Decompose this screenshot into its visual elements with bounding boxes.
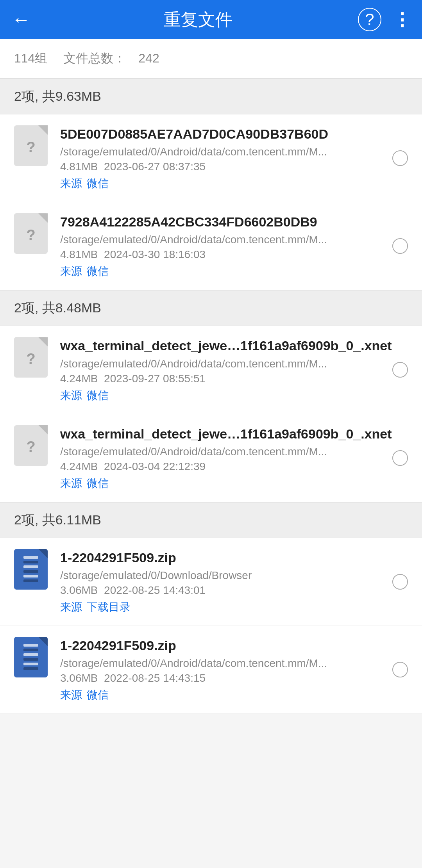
file-meta: 4.24MB 2023-09-27 08:55:51 <box>60 373 408 385</box>
file-checkbox[interactable] <box>392 150 408 166</box>
header-actions: ? ⋮ <box>358 8 410 31</box>
source-label: 来源 <box>60 688 82 702</box>
group-header-0: 2项, 共9.63MB <box>0 78 422 114</box>
list-item[interactable]: ? 5DE007D0885AE7AAD7D0CA90DB37B60D /stor… <box>0 114 422 202</box>
file-name: wxa_terminal_detect_jewe…1f161a9af6909b_… <box>60 337 408 354</box>
group-header-1: 2项, 共8.48MB <box>0 290 422 326</box>
file-path: /storage/emulated/0/Android/data/com.ten… <box>60 233 408 246</box>
file-icon-generic: ? <box>14 425 49 467</box>
source-value: 微信 <box>87 176 109 191</box>
source-value: 微信 <box>87 476 109 491</box>
file-groups: 2项, 共9.63MB ? 5DE007D0885AE7AAD7D0CA90DB… <box>0 78 422 714</box>
file-name: 7928A4122285A42CBC334FD6602B0DB9 <box>60 213 408 230</box>
summary-bar: 114组 文件总数：242 <box>0 39 422 78</box>
file-checkbox[interactable] <box>392 662 408 677</box>
file-icon-zip <box>14 637 49 679</box>
file-checkbox[interactable] <box>392 238 408 254</box>
file-meta: 4.24MB 2024-03-04 22:12:39 <box>60 460 408 473</box>
file-source: 来源 微信 <box>60 688 408 702</box>
file-meta: 4.81MB 2024-03-30 18:16:03 <box>60 248 408 261</box>
file-icon-zip <box>14 549 49 591</box>
file-icon-generic: ? <box>14 337 49 379</box>
back-button[interactable]: ← <box>12 10 30 29</box>
file-info: wxa_terminal_detect_jewe…1f161a9af6909b_… <box>60 425 408 491</box>
file-source: 来源 微信 <box>60 264 408 279</box>
source-value: 微信 <box>87 688 109 702</box>
file-icon-generic: ? <box>14 213 49 255</box>
file-source: 来源 下载目录 <box>60 600 408 615</box>
source-label: 来源 <box>60 264 82 279</box>
file-total-label: 文件总数：242 <box>63 51 172 65</box>
file-checkbox[interactable] <box>392 450 408 466</box>
file-path: /storage/emulated/0/Android/data/com.ten… <box>60 146 408 158</box>
list-item[interactable]: ? 7928A4122285A42CBC334FD6602B0DB9 /stor… <box>0 202 422 290</box>
file-path: /storage/emulated/0/Android/data/com.ten… <box>60 358 408 370</box>
help-icon: ? <box>365 10 374 29</box>
file-source: 来源 微信 <box>60 476 408 491</box>
source-value: 下载目录 <box>87 600 131 615</box>
file-name: 1-2204291F509.zip <box>60 549 408 566</box>
file-checkbox[interactable] <box>392 362 408 378</box>
file-info: 5DE007D0885AE7AAD7D0CA90DB37B60D /storag… <box>60 125 408 191</box>
file-info: wxa_terminal_detect_jewe…1f161a9af6909b_… <box>60 337 408 403</box>
source-label: 来源 <box>60 476 82 491</box>
list-item[interactable]: 1-2204291F509.zip /storage/emulated/0/An… <box>0 626 422 714</box>
source-label: 来源 <box>60 600 82 615</box>
source-value: 微信 <box>87 388 109 403</box>
file-info: 7928A4122285A42CBC334FD6602B0DB9 /storag… <box>60 213 408 279</box>
file-path: /storage/emulated/0/Download/Browser <box>60 569 408 582</box>
group-count: 114组 <box>14 51 47 65</box>
page-title: 重复文件 <box>38 8 358 31</box>
file-info: 1-2204291F509.zip /storage/emulated/0/An… <box>60 637 408 702</box>
group-header-2: 2项, 共6.11MB <box>0 502 422 538</box>
file-checkbox[interactable] <box>392 574 408 590</box>
file-source: 来源 微信 <box>60 176 408 191</box>
file-name: 5DE007D0885AE7AAD7D0CA90DB37B60D <box>60 125 408 143</box>
help-button[interactable]: ? <box>358 8 381 31</box>
file-path: /storage/emulated/0/Android/data/com.ten… <box>60 446 408 458</box>
app-header: ← 重复文件 ? ⋮ <box>0 0 422 39</box>
list-item[interactable]: ? wxa_terminal_detect_jewe…1f161a9af6909… <box>0 414 422 502</box>
file-name: wxa_terminal_detect_jewe…1f161a9af6909b_… <box>60 425 408 442</box>
source-value: 微信 <box>87 264 109 279</box>
source-label: 来源 <box>60 176 82 191</box>
file-info: 1-2204291F509.zip /storage/emulated/0/Do… <box>60 549 408 615</box>
file-source: 来源 微信 <box>60 388 408 403</box>
source-label: 来源 <box>60 388 82 403</box>
file-path: /storage/emulated/0/Android/data/com.ten… <box>60 657 408 670</box>
file-meta: 4.81MB 2023-06-27 08:37:35 <box>60 160 408 173</box>
more-options-button[interactable]: ⋮ <box>393 9 410 30</box>
file-name: 1-2204291F509.zip <box>60 637 408 654</box>
list-item[interactable]: 1-2204291F509.zip /storage/emulated/0/Do… <box>0 538 422 626</box>
list-item[interactable]: ? wxa_terminal_detect_jewe…1f161a9af6909… <box>0 326 422 414</box>
file-icon-generic: ? <box>14 125 49 168</box>
file-meta: 3.06MB 2022-08-25 14:43:15 <box>60 672 408 684</box>
file-meta: 3.06MB 2022-08-25 14:43:01 <box>60 584 408 597</box>
